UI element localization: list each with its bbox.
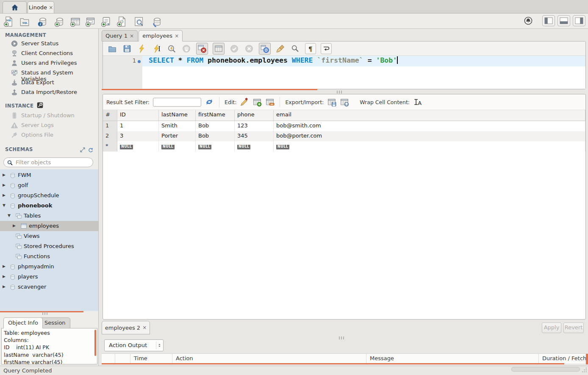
search-table-data-button[interactable]	[133, 16, 144, 27]
tab-session[interactable]: Session	[40, 317, 70, 328]
result-cell[interactable]: Smith	[159, 121, 196, 131]
stop-on-error-button[interactable]	[196, 43, 208, 55]
result-cell[interactable]: bob@smith.com	[274, 121, 585, 131]
sidebar-splitter-grip[interactable]	[42, 312, 47, 315]
new-query-tab-button[interactable]: SQL	[3, 16, 14, 27]
column-header-phone[interactable]: phone	[235, 110, 274, 121]
result-row[interactable]: 11SmithBob123bob@smith.com	[103, 121, 585, 131]
result-cell-null[interactable]: NULL	[235, 141, 274, 152]
sql-statement[interactable]: SELECT * FROM phonebook.employees WHERE …	[149, 56, 398, 64]
object-info-scrollbar[interactable]	[94, 330, 96, 356]
export-resultset-icon[interactable]	[327, 97, 336, 107]
chevron-down-icon[interactable]: ▼	[8, 213, 11, 218]
clear-query-button[interactable]	[275, 44, 286, 54]
toggle-bottom-panel-button[interactable]	[557, 15, 570, 26]
result-filter-input[interactable]	[153, 98, 201, 107]
chevron-down-icon[interactable]: ▼	[3, 203, 6, 207]
refresh-schemas-icon[interactable]	[88, 147, 94, 153]
result-cell[interactable]: Porter	[159, 131, 196, 141]
query-tab-employees[interactable]: employees×	[139, 30, 183, 41]
create-view-button[interactable]	[85, 16, 96, 27]
result-cell-null[interactable]: NULL	[274, 141, 585, 152]
close-tab-icon[interactable]: ×	[130, 33, 134, 39]
save-script-button[interactable]	[122, 44, 132, 54]
tree-item-phpmyadmin[interactable]: ▶phpmyadmin	[0, 262, 98, 272]
create-procedure-button[interactable]	[101, 16, 112, 27]
result-cell[interactable]: 123	[235, 121, 274, 131]
chevron-right-icon[interactable]: ▶	[3, 173, 6, 177]
delete-row-icon[interactable]	[265, 97, 275, 107]
stop-query-button[interactable]	[181, 44, 191, 54]
chevron-right-icon[interactable]: ▶	[3, 264, 6, 268]
sidebar-item-server-logs[interactable]: Server Logs	[0, 121, 98, 130]
create-schema-button[interactable]	[54, 16, 65, 27]
column-header-lastname[interactable]: lastName	[159, 110, 196, 121]
editor-result-splitter[interactable]	[102, 89, 317, 90]
result-cell-null[interactable]: NULL	[196, 141, 235, 152]
tree-item-players[interactable]: ▶players	[0, 272, 98, 282]
result-cell[interactable]: Bob	[196, 121, 235, 131]
result-cell[interactable]: bob@porter.com	[274, 131, 585, 141]
chevron-right-icon[interactable]: ▶	[3, 274, 6, 278]
result-cell[interactable]: 345	[235, 131, 274, 141]
output-splitter-grip[interactable]	[339, 336, 344, 339]
placeholder-row[interactable]: *NULLNULLNULLNULLNULL	[103, 141, 585, 152]
wrap-cell-content-icon[interactable]: A	[413, 97, 422, 107]
sql-editor[interactable]: 1 SELECT * FROM phonebook.employees WHER…	[103, 56, 585, 89]
database-sync-button[interactable]	[152, 16, 163, 27]
tree-item-views[interactable]: Views	[0, 231, 98, 241]
create-function-button[interactable]: ()	[116, 16, 128, 27]
resultset-tab-employees-2[interactable]: employees 2 ×	[102, 321, 150, 334]
result-cell-null[interactable]: NULL	[159, 141, 196, 152]
tree-item-phonebook[interactable]: ▼phonebook	[0, 201, 98, 211]
result-cell-null[interactable]: NULL	[117, 141, 159, 152]
chevron-right-icon[interactable]: ▶	[3, 284, 6, 289]
explain-plan-button[interactable]	[166, 44, 177, 54]
close-connection-tab-icon[interactable]: ×	[49, 5, 53, 11]
home-tab[interactable]	[3, 1, 27, 13]
expand-schemas-icon[interactable]	[80, 147, 86, 153]
sidebar-item-data-import-restore[interactable]: Data Import/Restore	[0, 88, 98, 97]
result-row[interactable]: 23PorterBob345bob@porter.com	[103, 131, 585, 141]
toggle-left-panel-button[interactable]	[542, 15, 555, 26]
tree-item-groupschedule[interactable]: ▶groupSchedule	[0, 190, 98, 201]
close-tab-icon[interactable]: ×	[175, 33, 179, 39]
column-header-id[interactable]: ID	[117, 110, 159, 121]
chevron-right-icon[interactable]: ▶	[3, 183, 6, 187]
execute-current-button[interactable]	[152, 44, 162, 54]
toggle-wrap-button[interactable]	[321, 43, 332, 54]
tree-item-golf[interactable]: ▶golf	[0, 180, 98, 190]
toggle-right-panel-button[interactable]	[573, 15, 585, 26]
tree-item-tables[interactable]: ▼Tables	[0, 211, 98, 221]
insert-row-icon[interactable]	[252, 97, 262, 107]
sidebar-item-client-connections[interactable]: Client Connections	[0, 49, 98, 58]
column-header-[interactable]: #	[103, 110, 117, 121]
rollback-button[interactable]	[244, 44, 254, 54]
result-cell[interactable]: Bob	[196, 131, 235, 141]
close-resultset-tab-icon[interactable]: ×	[142, 325, 147, 331]
column-header-firstname[interactable]: firstName	[196, 110, 235, 121]
action-output-splitter[interactable]	[102, 363, 564, 364]
sidebar-item-server-status[interactable]: Server Status	[0, 39, 98, 49]
open-sql-script-button[interactable]: SQL	[19, 16, 30, 27]
create-table-button[interactable]	[70, 16, 81, 27]
show-invisibles-button[interactable]: ¶	[305, 43, 316, 54]
tab-object-info[interactable]: Object Info	[3, 317, 43, 328]
sidebar-item-startup-shutdown[interactable]: Startup / Shutdown	[0, 111, 98, 121]
notifications-icon[interactable]	[524, 16, 533, 25]
sidebar-item-data-export[interactable]: Data Export	[0, 78, 98, 88]
output-selector[interactable]: Action Output	[104, 339, 164, 351]
inspect-database-button[interactable]: i	[37, 16, 48, 27]
autocommit-button[interactable]	[259, 43, 271, 55]
sidebar-item-status-and-system-variables[interactable]: Status and System Variables	[0, 68, 98, 78]
spinner-arrows-icon[interactable]	[156, 342, 161, 349]
query-tab-query-1[interactable]: Query 1×	[102, 30, 138, 41]
result-cell[interactable]: 1	[117, 121, 159, 131]
edit-record-icon[interactable]	[240, 97, 249, 107]
schema-filter-input[interactable]	[16, 158, 90, 166]
sidebar-splitter[interactable]	[0, 311, 83, 312]
tree-item-fwm[interactable]: ▶FWM	[0, 170, 98, 180]
revert-button[interactable]: Revert	[563, 323, 584, 333]
horizontal-scrollbar-thumb[interactable]	[511, 367, 580, 372]
chevron-right-icon[interactable]: ▶	[13, 223, 16, 228]
